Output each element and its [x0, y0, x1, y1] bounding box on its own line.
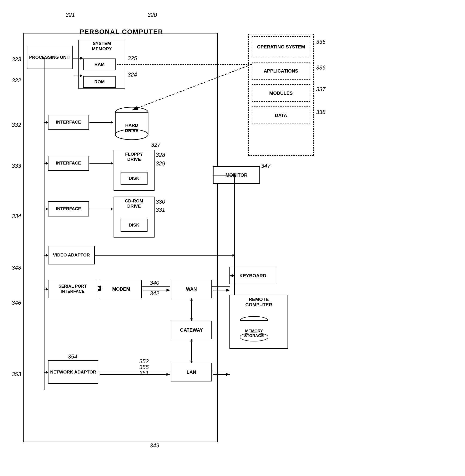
- ram-box: RAM: [83, 59, 116, 70]
- arrow-lbus-spi: [44, 289, 48, 290]
- arrow-lbus-if2: [44, 163, 48, 164]
- arrows-lan-remote: [212, 369, 231, 378]
- ref-337: 337: [316, 86, 326, 93]
- video-adaptor-box: VIDEO ADAPTOR: [48, 246, 95, 264]
- svg-line-3: [132, 64, 252, 110]
- line-va-monitor-v: [234, 176, 235, 256]
- floppy-drive-label: FLOPPYDRIVE: [116, 152, 152, 162]
- modem-box: MODEM: [101, 280, 142, 298]
- rom-box: ROM: [83, 76, 116, 88]
- ref-346: 346: [12, 300, 21, 306]
- arrow-if3-cd: [89, 209, 113, 209]
- ref-328: 328: [156, 152, 165, 158]
- ref-322: 322: [12, 77, 21, 84]
- ref-334: 334: [12, 213, 21, 219]
- arrow-pu-ram: [73, 58, 83, 59]
- arrows-wan-remote: [212, 284, 231, 294]
- ref-354: 354: [68, 353, 77, 360]
- ref-336: 336: [316, 64, 326, 71]
- diagram: 321 320 PERSONAL COMPUTER PROCESSING UNI…: [9, 9, 456, 466]
- floppy-disk-box: DISK: [121, 172, 148, 185]
- arrow-lbus-na: [44, 372, 48, 373]
- arrow-proc-rom: [74, 76, 82, 76]
- applications-box: APPLICATIONS: [252, 62, 310, 80]
- system-memory-label: SYSTEMMEMORY: [82, 41, 122, 52]
- ref-342: 342: [150, 290, 159, 297]
- monitor-box: MONITOR: [213, 166, 260, 184]
- processing-unit-box: PROCESSING UNIT: [27, 46, 73, 69]
- ref-330: 330: [156, 198, 165, 205]
- ref-329: 329: [156, 160, 165, 167]
- arrow-lbus-va: [44, 255, 48, 256]
- interface3-box: INTERFACE: [48, 201, 89, 217]
- lan-box: LAN: [171, 363, 212, 382]
- os-box: OPERATING SYSTEM: [252, 36, 310, 57]
- memory-storage: MEMORYSTORAGE: [238, 316, 270, 342]
- arrow-lbus-if3: [44, 209, 48, 209]
- ref-348: 348: [12, 264, 21, 271]
- ref-349: 349: [150, 442, 159, 449]
- arrow-va-monitor: [233, 173, 236, 176]
- ref-340: 340: [150, 280, 159, 286]
- ref-352: 352: [139, 358, 149, 365]
- gateway-box: GATEWAY: [171, 321, 212, 339]
- network-adaptor-box: NETWORK ADAPTOR: [48, 360, 98, 384]
- ref-331: 331: [156, 207, 165, 213]
- ref-347: 347: [261, 163, 270, 169]
- line-va-monitor-h: [213, 176, 235, 176]
- serial-port-box: SERIAL PORT INTERFACE: [48, 280, 97, 298]
- ref-332: 332: [12, 122, 21, 128]
- dashed-os-hd: [117, 64, 252, 116]
- arrow-lbus-if1: [44, 122, 48, 123]
- ref-338: 338: [316, 109, 326, 115]
- ref-325: 325: [127, 55, 137, 62]
- remote-computer-label: REMOTECOMPUTER: [232, 297, 286, 308]
- ref-333: 333: [12, 163, 21, 169]
- ref-321: 321: [65, 12, 75, 18]
- keyboard-box: KEYBOARD: [230, 267, 276, 284]
- interface2-box: INTERFACE: [48, 156, 89, 171]
- ref-353: 353: [12, 371, 21, 377]
- ref-327: 327: [151, 142, 160, 148]
- arrows-na-lan: [99, 369, 171, 378]
- line-gateway-lan: [191, 339, 192, 363]
- arrow-if1-hd: [89, 122, 113, 123]
- ref-320: 320: [148, 12, 157, 18]
- ref-323: 323: [12, 56, 21, 63]
- interface1-box: INTERFACE: [48, 115, 89, 130]
- bus-line-v: [44, 57, 44, 390]
- arrow-if2-fd: [89, 163, 113, 164]
- cdrom-drive-label: CD-ROMDRIVE: [116, 198, 152, 209]
- modules-box: MODULES: [252, 84, 310, 102]
- data-box: DATA: [252, 106, 310, 124]
- ref-335: 335: [316, 39, 326, 45]
- cdrom-disk-box: DISK: [121, 219, 148, 232]
- arrows-spi-modem: [97, 284, 102, 294]
